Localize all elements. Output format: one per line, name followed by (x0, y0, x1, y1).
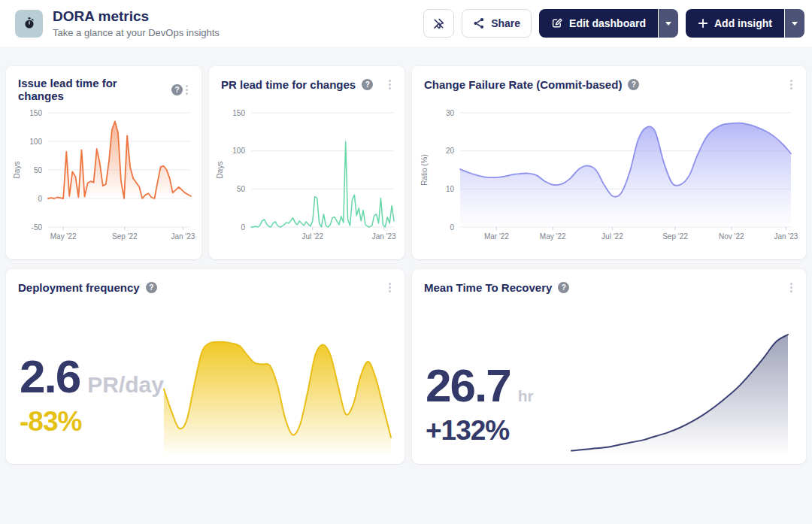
share-icon (473, 17, 485, 29)
plus-icon (698, 18, 708, 29)
svg-text:150: 150 (232, 109, 245, 117)
issue-lead-time-card: Issue lead time for changes ? 150100500-… (6, 66, 201, 259)
svg-text:Sep '22: Sep '22 (112, 232, 138, 241)
page-title: DORA metrics (53, 8, 220, 26)
chevron-down-icon (665, 22, 671, 26)
add-insight-caret-button[interactable] (785, 9, 804, 38)
kpi-value: 2.6 (20, 353, 80, 400)
svg-text:Jul '22: Jul '22 (301, 232, 323, 241)
change-failure-rate-card: Change Failure Rate (Commit-based) ? 302… (412, 66, 806, 259)
pr-lead-time-chart: 150100500DaysJul '22Jan '23 (214, 93, 400, 253)
edit-dashboard-split-button: Edit dashboard (539, 9, 678, 38)
mean-time-to-recovery-card: Mean Time To Recovery ? 26.7 hr +132% (412, 269, 806, 464)
share-button[interactable]: Share (462, 9, 532, 38)
kpi-delta: +132% (426, 415, 534, 447)
add-insight-split-button: Add insight (686, 9, 804, 38)
card-title: Deployment frequency (18, 281, 140, 294)
svg-text:100: 100 (29, 138, 42, 146)
pin-slash-icon (432, 17, 445, 30)
deployment-frequency-card: Deployment frequency ? 2.6 PR/day -83% (6, 269, 404, 464)
header-bar: DORA metrics Take a glance at your DevOp… (0, 0, 812, 47)
header-actions: Share Edit dashboard (423, 9, 804, 38)
svg-text:10: 10 (446, 185, 455, 193)
kebab-menu-button[interactable] (787, 280, 795, 295)
help-icon[interactable]: ? (146, 282, 157, 293)
stopwatch-icon (23, 17, 36, 30)
card-title: PR lead time for changes (221, 78, 356, 91)
pr-lead-time-card: PR lead time for changes ? 150100500Days… (209, 66, 404, 259)
svg-text:Days: Days (216, 162, 224, 179)
svg-text:50: 50 (237, 185, 246, 193)
svg-text:Days: Days (13, 162, 21, 179)
edit-dashboard-caret-button[interactable] (659, 9, 678, 38)
svg-text:-50: -50 (32, 223, 43, 232)
svg-text:Ratio (%): Ratio (%) (420, 154, 429, 186)
share-button-label: Share (491, 17, 520, 29)
app-logo (15, 10, 43, 38)
edit-dashboard-button[interactable]: Edit dashboard (539, 9, 658, 38)
change-failure-rate-chart: 3020100Ratio (%)Mar '22May '22Jul '22Sep… (418, 93, 800, 253)
svg-text:0: 0 (38, 195, 42, 203)
help-icon[interactable]: ? (362, 79, 373, 90)
issue-lead-time-chart: 150100500-50DaysMay '22Sep '22Jan '23 (11, 93, 197, 253)
deployment-frequency-sparkline (162, 322, 395, 459)
svg-text:Sep '22: Sep '22 (662, 232, 688, 241)
kebab-menu-button[interactable] (386, 280, 394, 295)
add-insight-label: Add insight (714, 17, 772, 29)
svg-text:100: 100 (232, 147, 245, 155)
svg-text:Mar '22: Mar '22 (484, 232, 509, 241)
unpin-button[interactable] (423, 9, 454, 38)
svg-text:0: 0 (450, 223, 454, 232)
svg-text:20: 20 (446, 147, 455, 155)
svg-text:50: 50 (34, 166, 43, 174)
svg-text:0: 0 (241, 223, 245, 232)
kpi-unit: hr (518, 387, 534, 405)
kpi-value: 26.7 (426, 362, 511, 409)
help-icon[interactable]: ? (628, 79, 639, 90)
chevron-down-icon (792, 22, 798, 26)
mean-time-to-recovery-sparkline (570, 326, 795, 457)
add-insight-button[interactable]: Add insight (686, 9, 784, 38)
kpi-unit: PR/day (87, 372, 164, 398)
svg-text:Jan '23: Jan '23 (774, 232, 798, 241)
page-subtitle: Take a glance at your DevOps insights (53, 27, 220, 38)
svg-text:May '22: May '22 (50, 232, 77, 241)
svg-text:30: 30 (446, 109, 455, 117)
kpi-block: 26.7 hr +132% (426, 362, 534, 447)
svg-text:Jan '23: Jan '23 (171, 232, 195, 241)
kebab-menu-button[interactable] (787, 77, 795, 92)
edit-icon (551, 17, 563, 29)
svg-text:Jul '22: Jul '22 (601, 232, 623, 241)
svg-text:Nov '22: Nov '22 (719, 232, 744, 241)
kpi-block: 2.6 PR/day -83% (20, 353, 164, 438)
svg-text:150: 150 (29, 109, 42, 117)
card-title: Change Failure Rate (Commit-based) (424, 78, 622, 91)
svg-text:Jan '23: Jan '23 (372, 232, 396, 241)
kebab-menu-button[interactable] (386, 77, 394, 92)
edit-dashboard-label: Edit dashboard (569, 17, 646, 29)
help-icon[interactable]: ? (558, 282, 569, 293)
card-title: Mean Time To Recovery (424, 281, 552, 294)
kpi-delta: -83% (20, 406, 164, 438)
svg-text:May '22: May '22 (540, 232, 566, 241)
